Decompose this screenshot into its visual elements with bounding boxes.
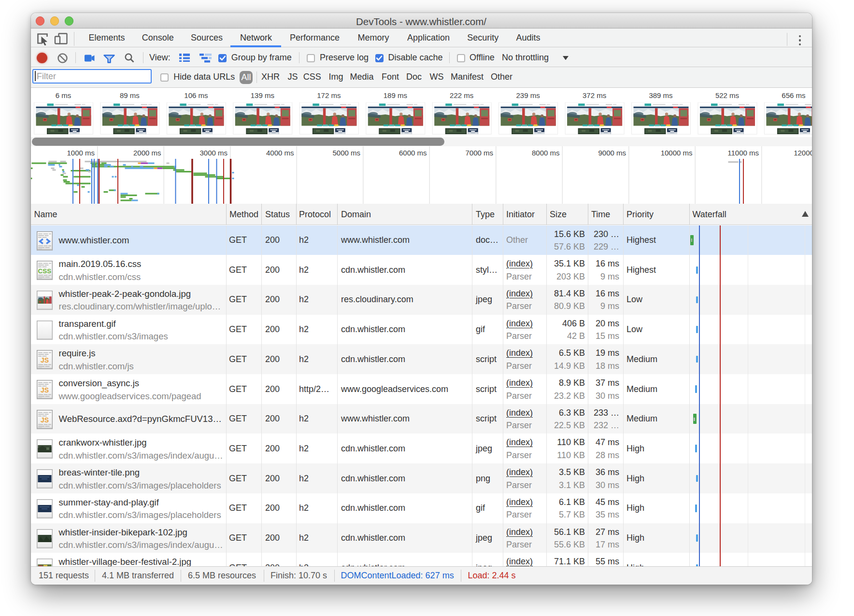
svg-text:9000 ms: 9000 ms — [598, 149, 626, 157]
svg-text:12000 ms: 12000 ms — [794, 149, 812, 157]
svg-text:8000 ms: 8000 ms — [531, 149, 559, 157]
svg-text:11000 ms: 11000 ms — [727, 149, 759, 157]
svg-text:1000 ms: 1000 ms — [67, 149, 95, 157]
svg-text:2000 ms: 2000 ms — [133, 149, 161, 157]
svg-text:CSS: CSS — [38, 267, 52, 275]
svg-text:4000 ms: 4000 ms — [266, 149, 294, 157]
svg-text:6000 ms: 6000 ms — [399, 149, 427, 157]
svg-text:3000 ms: 3000 ms — [199, 149, 228, 157]
svg-text:5000 ms: 5000 ms — [332, 149, 360, 157]
svg-text:JS: JS — [41, 386, 49, 394]
svg-text:JS: JS — [41, 416, 49, 423]
svg-text:7000 ms: 7000 ms — [465, 149, 493, 157]
svg-text:JS: JS — [41, 356, 49, 364]
svg-text:10000 ms: 10000 ms — [660, 149, 692, 157]
